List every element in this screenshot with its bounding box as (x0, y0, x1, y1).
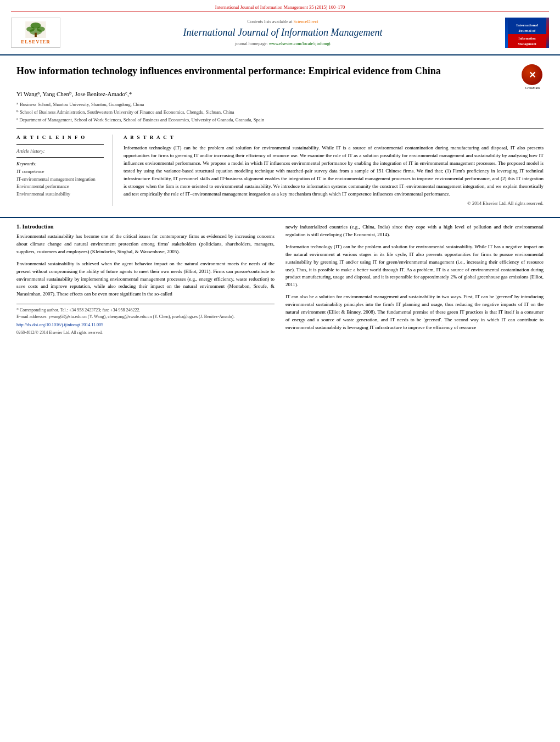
keywords-list: IT competence IT-environmental managemen… (16, 168, 104, 198)
journal-title-block: Contents lists available at ScienceDirec… (60, 19, 505, 46)
main-body: 1. Introduction Environmental sustainabi… (0, 217, 560, 342)
journal-url[interactable]: www.elsevier.com/locate/ijinfomgt (269, 41, 331, 46)
keyword-3: Environmental performance (16, 183, 104, 191)
journal-header: International Journal of Information Man… (0, 0, 560, 50)
svg-text:Information: Information (518, 37, 536, 40)
svg-text:Management: Management (518, 42, 536, 46)
keyword-1: IT competence (16, 168, 104, 176)
divider (16, 144, 104, 145)
keywords-label: Keywords: (16, 161, 104, 166)
journal-citation-bar: International Journal of Information Man… (11, 4, 549, 12)
intro-para2: Environmental sustainability is achieved… (16, 260, 275, 299)
crossmark-badge: ✕ CrossMark (522, 64, 544, 86)
abstract-body: Information technology (IT) can be the p… (124, 144, 544, 198)
abstract-text-content: Information technology (IT) can be the p… (124, 145, 544, 197)
footnote-email: E-mail addresses: ywang63@stu.edu.cn (Y.… (16, 314, 275, 320)
journal-logo-icon: International Journal of Information Man… (508, 18, 546, 48)
elsevier-wordmark: ELSEVIER (21, 39, 51, 44)
divider2 (16, 157, 104, 158)
footnote-corresponding: * Corresponding author. Tel.: +34 958 24… (16, 307, 275, 314)
article-title: How information technology influences en… (16, 64, 522, 77)
keyword-2: IT-environmental management integration (16, 176, 104, 183)
contents-available-text: Contents lists available at ScienceDirec… (66, 19, 500, 24)
article-title-row: How information technology influences en… (16, 64, 544, 86)
elsevier-tree-icon: ⚗ (25, 21, 47, 38)
right-para1: newly industrialized countries (e.g., Ch… (285, 224, 544, 239)
article-info-heading: A R T I C L E I N F O (16, 135, 104, 140)
header-content: ⚗ ELSEVIER Contents lists available at S… (11, 15, 549, 50)
intro-para1: Environmental sustainability has become … (16, 233, 275, 256)
crossmark-icon: ✕ (522, 64, 542, 85)
body-two-col: 1. Introduction Environmental sustainabi… (16, 224, 544, 336)
doi-link[interactable]: http://dx.doi.org/10.1016/j.ijinfomgt.20… (16, 322, 275, 328)
abstract-copyright: © 2014 Elsevier Ltd. All rights reserved… (124, 200, 544, 206)
svg-text:Journal of: Journal of (519, 29, 536, 33)
svg-text:⚗: ⚗ (35, 35, 37, 37)
journal-logo-box: International Journal of Information Man… (505, 18, 549, 48)
right-para2: Information technology (IT) can be the p… (285, 243, 544, 289)
sciencedirect-link[interactable]: ScienceDirect (294, 19, 318, 24)
elsevier-logo: ⚗ ELSEVIER (11, 18, 60, 48)
journal-citation: International Journal of Information Man… (215, 4, 345, 10)
svg-rect-8 (508, 34, 546, 48)
info-abstract-section: A R T I C L E I N F O Article history: K… (16, 129, 544, 206)
affiliations: ᵃ Business School, Shantou University, S… (16, 101, 544, 123)
crossmark-label: CrossMark (522, 86, 544, 90)
footnote-area: * Corresponding author. Tel.: +34 958 24… (16, 304, 275, 336)
affiliation-c: ᶜ Department of Management, School of Wo… (16, 116, 544, 124)
body-col-right: newly industrialized countries (e.g., Ch… (285, 224, 544, 336)
affiliation-a: ᵃ Business School, Shantou University, S… (16, 101, 544, 108)
intro-heading: 1. Introduction (16, 224, 275, 230)
right-para3: IT can also be a solution for environmen… (285, 293, 544, 332)
authors-line: Yi Wangᵃ, Yang Chenᵇ, Jose Benitez-Amado… (16, 91, 544, 98)
affiliation-b: ᵇ School of Business Administration, Sou… (16, 109, 544, 116)
copyright-footer: 0268-4012/© 2014 Elsevier Ltd. All right… (16, 330, 275, 336)
abstract-column: A B S T R A C T Information technology (… (124, 135, 544, 206)
abstract-heading: A B S T R A C T (124, 135, 544, 140)
article-section: How information technology influences en… (0, 54, 560, 211)
journal-main-title: International Journal of Information Man… (66, 26, 500, 39)
svg-text:International: International (516, 23, 538, 27)
page: International Journal of Information Man… (0, 0, 560, 742)
journal-homepage: journal homepage: www.elsevier.com/locat… (66, 41, 500, 46)
body-col-left: 1. Introduction Environmental sustainabi… (16, 224, 275, 336)
keyword-4: Environmental sustainability (16, 191, 104, 198)
history-label: Article history: (16, 148, 104, 154)
article-info-column: A R T I C L E I N F O Article history: K… (16, 135, 113, 206)
